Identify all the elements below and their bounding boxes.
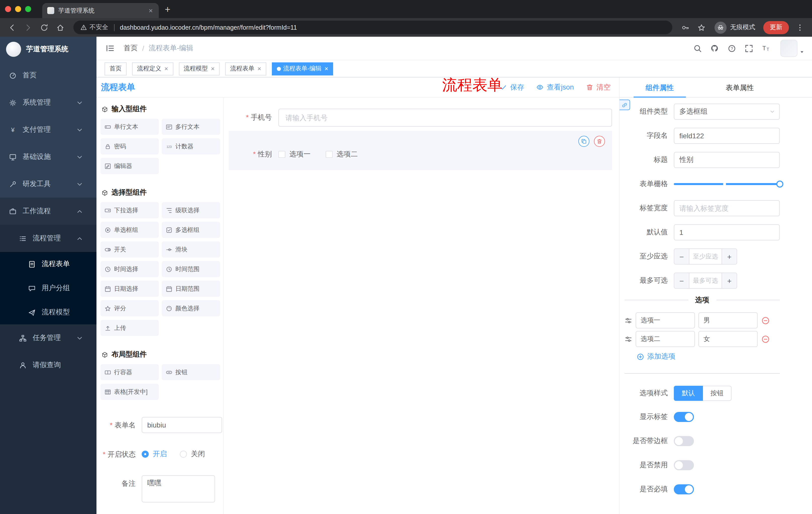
- help-icon[interactable]: [723, 40, 740, 57]
- style-default-button[interactable]: 默认: [674, 386, 703, 401]
- tag-home[interactable]: 首页: [105, 62, 127, 75]
- breadcrumb-home[interactable]: 首页: [124, 44, 138, 53]
- palette-item-time-range[interactable]: 时间范围: [162, 261, 220, 277]
- gender-option-2-checkbox[interactable]: 选项二: [326, 150, 358, 159]
- site-security-indicator[interactable]: 不安全: [80, 23, 108, 32]
- sidebar-item-task-management[interactable]: 任务管理: [0, 324, 96, 352]
- sidebar-item-process-management[interactable]: 流程管理: [0, 225, 96, 252]
- palette-item-date-range[interactable]: 日期范围: [162, 281, 220, 297]
- form-grid-slider[interactable]: [674, 176, 780, 192]
- home-button[interactable]: [53, 20, 67, 34]
- tab-form-props[interactable]: 表单属性: [700, 77, 780, 97]
- palette-item-rate[interactable]: 评分: [100, 300, 159, 316]
- tag-process-form-edit[interactable]: 流程表单-编辑 ×: [272, 62, 334, 75]
- browser-update-button[interactable]: 更新: [763, 21, 789, 34]
- sidebar-item-user-group[interactable]: 用户分组: [0, 276, 96, 300]
- remove-option-button[interactable]: [761, 316, 770, 325]
- decrement-button[interactable]: −: [674, 249, 689, 264]
- label-width-input[interactable]: [674, 200, 780, 216]
- style-button-button[interactable]: 按钮: [703, 386, 732, 401]
- tag-close-icon[interactable]: ×: [257, 65, 261, 73]
- palette-item-editor[interactable]: 编辑器: [100, 158, 159, 174]
- increment-button[interactable]: +: [722, 249, 736, 264]
- form-name-input[interactable]: [142, 417, 222, 433]
- default-value-input[interactable]: [674, 224, 780, 240]
- palette-item-counter[interactable]: 计数器: [162, 138, 220, 154]
- palette-item-button[interactable]: 按钮: [162, 364, 220, 380]
- drag-handle-icon[interactable]: [625, 335, 632, 343]
- sidebar-item-process-model[interactable]: 流程模型: [0, 300, 96, 324]
- palette-item-date-picker[interactable]: 日期选择: [100, 281, 159, 297]
- field-name-input[interactable]: [674, 128, 780, 144]
- save-button[interactable]: 保存: [500, 83, 524, 92]
- tag-process-model[interactable]: 流程模型 ×: [179, 62, 220, 75]
- min-select-value[interactable]: 至少应选: [689, 249, 722, 264]
- gender-option-1-checkbox[interactable]: 选项一: [279, 150, 311, 159]
- minimize-window-button[interactable]: [15, 6, 21, 12]
- tag-process-form[interactable]: 流程表单 ×: [225, 62, 266, 75]
- option-value-input[interactable]: [698, 312, 758, 328]
- forward-button[interactable]: [21, 20, 35, 34]
- maximize-window-button[interactable]: [25, 6, 31, 12]
- address-bar[interactable]: 不安全 dashboard.yudao.iocoder.cn/bpm/manag…: [74, 21, 672, 34]
- incognito-indicator[interactable]: 无痕模式: [710, 21, 759, 33]
- palette-item-time-picker[interactable]: 时间选择: [100, 261, 159, 277]
- font-size-icon[interactable]: [757, 40, 774, 57]
- tag-close-icon[interactable]: ×: [211, 65, 214, 73]
- duplicate-field-button[interactable]: [578, 136, 589, 147]
- show-label-toggle[interactable]: [674, 412, 694, 422]
- palette-item-slider[interactable]: 滑块: [162, 241, 220, 258]
- add-option-button[interactable]: 添加选项: [637, 352, 780, 361]
- bookmark-star-icon[interactable]: [694, 20, 708, 34]
- status-off-radio[interactable]: 关闭: [180, 450, 205, 459]
- tab-close-icon[interactable]: ×: [147, 6, 155, 15]
- disabled-toggle[interactable]: [674, 460, 694, 470]
- canvas-field-phone[interactable]: 手机号: [229, 109, 612, 127]
- palette-item-radio-group[interactable]: 单选框组: [100, 222, 159, 238]
- palette-item-switch[interactable]: 开关: [100, 241, 159, 258]
- phone-input[interactable]: [279, 109, 612, 127]
- max-select-value[interactable]: 最多可选: [689, 273, 722, 288]
- sidebar-toggle-icon[interactable]: [104, 42, 117, 55]
- form-remark-textarea[interactable]: [142, 475, 215, 503]
- close-window-button[interactable]: [5, 6, 11, 12]
- password-key-icon[interactable]: [678, 20, 692, 34]
- with-border-toggle[interactable]: [674, 436, 694, 446]
- sidebar-item-system[interactable]: 系统管理: [0, 89, 96, 116]
- drag-handle-icon[interactable]: [625, 317, 632, 324]
- clear-button[interactable]: 清空: [586, 83, 610, 92]
- fullscreen-icon[interactable]: [740, 40, 757, 57]
- option-label-input[interactable]: [636, 331, 695, 347]
- sidebar-item-payment[interactable]: 支付管理: [0, 116, 96, 143]
- sidebar-item-infrastructure[interactable]: 基础设施: [0, 143, 96, 170]
- reload-button[interactable]: [37, 20, 51, 34]
- sidebar-logo[interactable]: 芋道管理系统: [0, 37, 96, 62]
- sidebar-item-leave-query[interactable]: 请假查询: [0, 352, 96, 379]
- option-value-input[interactable]: [698, 331, 758, 347]
- palette-item-password[interactable]: 密码: [100, 138, 159, 154]
- sidebar-item-process-form[interactable]: 流程表单: [0, 252, 96, 276]
- remove-option-button[interactable]: [761, 335, 770, 343]
- browser-tab[interactable]: 芋道管理系统 ×: [42, 3, 159, 18]
- sidebar-item-workflow[interactable]: 工作流程: [0, 198, 96, 225]
- tag-close-icon[interactable]: ×: [325, 65, 328, 73]
- new-tab-button[interactable]: +: [165, 3, 170, 16]
- palette-item-table[interactable]: 表格[开发中]: [100, 384, 159, 400]
- slider-track[interactable]: [674, 183, 780, 185]
- user-avatar[interactable]: [780, 40, 798, 57]
- title-input[interactable]: [674, 152, 780, 168]
- link-affix-icon[interactable]: [619, 100, 630, 110]
- palette-item-upload[interactable]: 上传: [100, 320, 159, 336]
- palette-item-select[interactable]: 下拉选择: [100, 202, 159, 218]
- sidebar-item-home[interactable]: 首页: [0, 62, 96, 89]
- palette-item-color-picker[interactable]: 颜色选择: [162, 300, 220, 316]
- palette-item-single-text[interactable]: 单行文本: [100, 119, 159, 135]
- palette-item-cascader[interactable]: 级联选择: [162, 202, 220, 218]
- github-icon[interactable]: [706, 40, 723, 57]
- tag-process-definition[interactable]: 流程定义 ×: [132, 62, 173, 75]
- increment-button[interactable]: +: [722, 273, 736, 288]
- tab-component-props[interactable]: 组件属性: [619, 77, 700, 97]
- browser-menu-icon[interactable]: [793, 20, 807, 34]
- delete-field-button[interactable]: [594, 136, 605, 147]
- option-label-input[interactable]: [636, 312, 695, 328]
